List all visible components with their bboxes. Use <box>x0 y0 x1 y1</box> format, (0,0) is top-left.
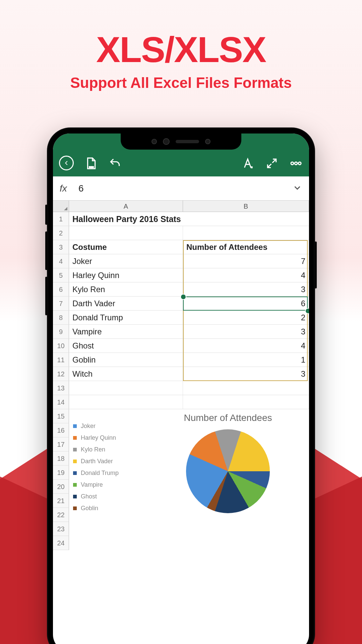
cell[interactable]: 6 <box>183 297 309 310</box>
spreadsheet[interactable]: A B 1 Halloween Party 2016 Stats 2 3 Cos… <box>53 201 309 550</box>
row-header[interactable]: 11 <box>53 353 69 367</box>
row-header[interactable]: 19 <box>53 466 69 480</box>
svg-point-2 <box>93 167 94 168</box>
col-header-b[interactable]: B <box>183 201 309 212</box>
table-row[interactable]: 12Witch3 <box>53 367 309 381</box>
row-header[interactable]: 9 <box>53 325 69 338</box>
row-header[interactable]: 16 <box>53 423 69 437</box>
row-header[interactable]: 4 <box>53 254 69 268</box>
format-text-icon[interactable] <box>241 156 255 170</box>
file-icon[interactable] <box>84 156 98 170</box>
promo-subtitle: Support All Excel Files Formats <box>0 74 362 91</box>
row-header[interactable]: 14 <box>53 395 69 409</box>
table-row[interactable]: 10Ghost4 <box>53 339 309 353</box>
cell[interactable]: Vampire <box>69 325 183 338</box>
row-header[interactable]: 15 <box>53 409 69 423</box>
table-row[interactable]: 13 <box>53 381 309 395</box>
row-header[interactable]: 7 <box>53 297 69 310</box>
expand-icon[interactable] <box>265 156 279 170</box>
undo-icon[interactable] <box>108 156 122 170</box>
svg-point-0 <box>89 167 90 168</box>
cell[interactable]: Goblin <box>69 353 183 367</box>
legend-label: Vampire <box>81 481 103 488</box>
svg-point-3 <box>291 162 294 165</box>
cell[interactable]: 1 <box>183 353 309 367</box>
row-header[interactable]: 10 <box>53 339 69 353</box>
promo-header: XLS/XLSX Support All Excel Files Formats <box>0 0 362 91</box>
legend-item: Goblin <box>73 505 147 512</box>
row-header[interactable]: 12 <box>53 367 69 381</box>
table-row[interactable]: 3 Costume Number of Attendees <box>53 240 309 254</box>
cell[interactable]: 7 <box>183 254 309 268</box>
row-header[interactable]: 13 <box>53 381 69 395</box>
chevron-down-icon[interactable] <box>292 183 302 194</box>
back-button[interactable] <box>59 156 74 170</box>
row-header[interactable]: 20 <box>53 480 69 494</box>
cell[interactable]: Ghost <box>69 339 183 353</box>
cell[interactable]: Number of Attendees <box>183 240 309 254</box>
cell[interactable]: 4 <box>183 339 309 353</box>
col-header-a[interactable]: A <box>69 201 183 212</box>
table-row[interactable]: 9Vampire3 <box>53 325 309 339</box>
table-row[interactable]: 8Donald Trump2 <box>53 311 309 325</box>
cell[interactable]: Donald Trump <box>69 311 183 324</box>
cell[interactable]: Kylo Ren <box>69 282 183 296</box>
formula-value[interactable]: 6 <box>78 183 292 194</box>
row-header[interactable]: 3 <box>53 240 69 254</box>
cell[interactable]: 3 <box>183 367 309 381</box>
cell[interactable]: Harley Quinn <box>69 268 183 282</box>
legend-item: Kylo Ren <box>73 446 147 453</box>
cell[interactable]: Darth Vader <box>69 297 183 310</box>
cell[interactable]: Witch <box>69 367 183 381</box>
phone-side-button <box>315 241 317 288</box>
cell[interactable]: 3 <box>183 282 309 296</box>
cell[interactable]: Costume <box>69 240 183 254</box>
row-header[interactable]: 8 <box>53 311 69 324</box>
row-header[interactable]: 6 <box>53 282 69 296</box>
row-header[interactable]: 1 <box>53 212 69 226</box>
legend-item: Ghost <box>73 493 147 500</box>
table-row[interactable]: 2 <box>53 226 309 240</box>
legend-label: Harley Quinn <box>81 434 116 441</box>
row-header[interactable]: 5 <box>53 268 69 282</box>
cell[interactable]: 4 <box>183 268 309 282</box>
legend-label: Donald Trump <box>81 470 119 477</box>
row-header[interactable]: 24 <box>53 536 69 550</box>
legend-swatch <box>73 495 77 498</box>
table-row[interactable]: 11Goblin1 <box>53 353 309 367</box>
table-row[interactable]: 4Joker7 <box>53 254 309 268</box>
legend-item: Donald Trump <box>73 470 147 477</box>
legend-label: Joker <box>81 423 96 430</box>
table-row[interactable]: 14 <box>53 395 309 409</box>
formula-bar[interactable]: fx 6 <box>53 176 309 201</box>
row-header[interactable]: 22 <box>53 508 69 522</box>
phone-notch <box>121 133 241 150</box>
table-row[interactable]: 7Darth Vader6 <box>53 297 309 311</box>
pie-chart <box>186 429 270 513</box>
legend-item: Joker <box>73 423 147 430</box>
legend-swatch <box>73 448 77 451</box>
cell[interactable]: Joker <box>69 254 183 268</box>
table-row[interactable]: 6Kylo Ren3 <box>53 282 309 297</box>
phone-side-button <box>45 277 47 315</box>
table-row[interactable]: 1 Halloween Party 2016 Stats <box>53 212 309 226</box>
legend-swatch <box>73 436 77 440</box>
more-icon[interactable] <box>289 156 303 170</box>
legend-swatch <box>73 471 77 475</box>
legend-item: Harley Quinn <box>73 434 147 441</box>
cell[interactable]: 2 <box>183 311 309 324</box>
row-header[interactable]: 17 <box>53 437 69 451</box>
legend-swatch <box>73 483 77 487</box>
promo-title: XLS/XLSX <box>0 29 362 70</box>
row-header[interactable]: 2 <box>53 226 69 240</box>
row-header[interactable]: 23 <box>53 522 69 536</box>
cell[interactable]: Halloween Party 2016 Stats <box>69 212 309 226</box>
cell[interactable]: 3 <box>183 325 309 338</box>
embedded-chart[interactable]: JokerHarley QuinnKylo RenDarth VaderDona… <box>69 409 309 550</box>
select-all-corner[interactable] <box>53 201 69 212</box>
row-header[interactable]: 18 <box>53 451 69 466</box>
row-header[interactable]: 21 <box>53 494 69 508</box>
table-row[interactable]: 5Harley Quinn4 <box>53 268 309 282</box>
legend-label: Goblin <box>81 505 98 512</box>
legend-item: Darth Vader <box>73 458 147 465</box>
